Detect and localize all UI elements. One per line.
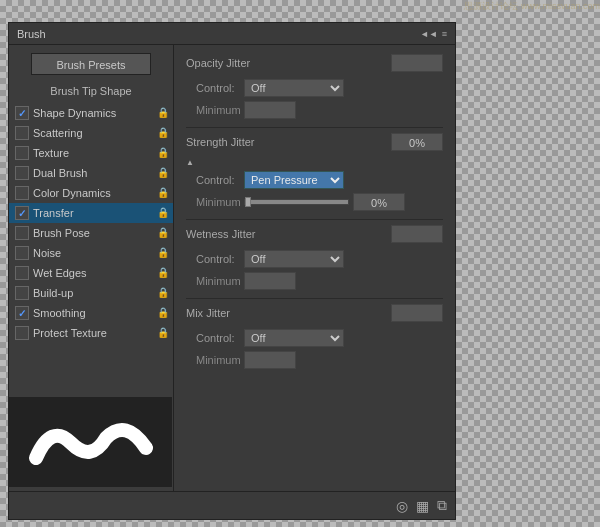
color-dynamics-label: Color Dynamics	[33, 187, 155, 199]
texture-label: Texture	[33, 147, 155, 159]
transfer-lock: 🔒	[157, 207, 167, 219]
opacity-control-label: Control:	[196, 82, 244, 94]
wet-edges-lock: 🔒	[157, 267, 167, 279]
shape-dynamics-label: Shape Dynamics	[33, 107, 155, 119]
mix-control-select[interactable]: Off Pen Pressure Pen Tilt Stylus Wheel F…	[244, 329, 344, 347]
protect-texture-label: Protect Texture	[33, 327, 155, 339]
mix-control-row: Control: Off Pen Pressure Pen Tilt Stylu…	[186, 329, 443, 347]
mix-minimum-label: Minimum	[196, 354, 244, 366]
mix-jitter-label: Mix Jitter	[186, 307, 230, 319]
options-icon[interactable]: ⧉	[437, 497, 447, 514]
color-dynamics-check[interactable]	[15, 186, 29, 200]
panel-header-icons: ◄◄ ≡	[420, 29, 447, 39]
wetness-jitter-row: Wetness Jitter	[186, 224, 443, 244]
sidebar-item-transfer[interactable]: Transfer 🔒	[9, 203, 173, 223]
collapse-icon[interactable]: ◄◄	[420, 29, 438, 39]
brush-pose-label: Brush Pose	[33, 227, 155, 239]
strength-minimum-value: 0%	[353, 193, 405, 211]
separator-1	[186, 127, 443, 128]
wetness-minimum-label: Minimum	[196, 275, 244, 287]
brush-pose-check[interactable]	[15, 226, 29, 240]
strength-minimum-thumb[interactable]	[245, 197, 251, 207]
wetness-minimum-row: Minimum	[186, 272, 443, 290]
sidebar-item-protect-texture[interactable]: Protect Texture 🔒	[9, 323, 173, 343]
brush-stroke-svg	[26, 413, 156, 473]
dual-brush-label: Dual Brush	[33, 167, 155, 179]
strength-jitter-row: Strength Jitter 0%	[186, 132, 443, 152]
brush-panel: Brush ◄◄ ≡ Brush Presets Brush Tip Shape…	[8, 22, 456, 520]
strength-control-label: Control:	[196, 174, 244, 186]
texture-lock: 🔒	[157, 147, 167, 159]
brush-presets-button[interactable]: Brush Presets	[31, 53, 151, 75]
transfer-check[interactable]	[15, 206, 29, 220]
opacity-jitter-box	[391, 54, 443, 72]
mix-jitter-row: Mix Jitter	[186, 303, 443, 323]
dual-brush-check[interactable]	[15, 166, 29, 180]
protect-texture-lock: 🔒	[157, 327, 167, 339]
sidebar-item-color-dynamics[interactable]: Color Dynamics 🔒	[9, 183, 173, 203]
color-dynamics-lock: 🔒	[157, 187, 167, 199]
mix-jitter-box	[391, 304, 443, 322]
scattering-lock: 🔒	[157, 127, 167, 139]
mix-control-label: Control:	[196, 332, 244, 344]
noise-label: Noise	[33, 247, 155, 259]
noise-lock: 🔒	[157, 247, 167, 259]
smoothing-lock: 🔒	[157, 307, 167, 319]
shape-dynamics-check[interactable]	[15, 106, 29, 120]
brush-tip-shape-label: Brush Tip Shape	[9, 83, 173, 99]
sidebar-list: Shape Dynamics 🔒 Scattering 🔒 Texture 🔒	[9, 103, 173, 397]
sidebar-item-scattering[interactable]: Scattering 🔒	[9, 123, 173, 143]
panel-footer: ◎ ▦ ⧉	[9, 491, 455, 519]
opacity-jitter-label: Opacity Jitter	[186, 57, 250, 69]
brush-preview	[9, 397, 172, 487]
strength-control-select[interactable]: Pen Pressure Off Pen Tilt Stylus Wheel F…	[244, 171, 344, 189]
opacity-control-select[interactable]: Off Pen Pressure Pen Tilt Stylus Wheel F…	[244, 79, 344, 97]
mix-minimum-box	[244, 351, 296, 369]
separator-3	[186, 298, 443, 299]
triangle-marker: ▲	[186, 158, 194, 167]
mix-minimum-row: Minimum	[186, 351, 443, 369]
strength-minimum-row: Minimum 0%	[186, 193, 443, 211]
content-area: Opacity Jitter Control: Off Pen Pressure…	[174, 45, 455, 491]
opacity-minimum-label: Minimum	[196, 104, 244, 116]
opacity-control-row: Control: Off Pen Pressure Pen Tilt Stylu…	[186, 79, 443, 97]
strength-minimum-label: Minimum	[196, 196, 244, 208]
wetness-minimum-box	[244, 272, 296, 290]
sidebar-item-smoothing[interactable]: Smoothing 🔒	[9, 303, 173, 323]
grid-icon[interactable]: ▦	[416, 498, 429, 514]
panel-title: Brush	[17, 28, 46, 40]
menu-icon[interactable]: ≡	[442, 29, 447, 39]
wetness-jitter-label: Wetness Jitter	[186, 228, 256, 240]
strength-minimum-slider[interactable]	[244, 199, 349, 205]
build-up-check[interactable]	[15, 286, 29, 300]
panel-body: Brush Presets Brush Tip Shape Shape Dyna…	[9, 45, 455, 491]
eyeball-icon[interactable]: ◎	[396, 498, 408, 514]
strength-jitter-label: Strength Jitter	[186, 136, 254, 148]
sidebar-item-texture[interactable]: Texture 🔒	[9, 143, 173, 163]
sidebar-item-wet-edges[interactable]: Wet Edges 🔒	[9, 263, 173, 283]
wetness-jitter-box	[391, 225, 443, 243]
strength-control-row: Control: Pen Pressure Off Pen Tilt Stylu…	[186, 171, 443, 189]
brush-pose-lock: 🔒	[157, 227, 167, 239]
sidebar-item-brush-pose[interactable]: Brush Pose 🔒	[9, 223, 173, 243]
opacity-minimum-row: Minimum	[186, 101, 443, 119]
wetness-control-select[interactable]: Off Pen Pressure Pen Tilt Stylus Wheel F…	[244, 250, 344, 268]
noise-check[interactable]	[15, 246, 29, 260]
sidebar-item-build-up[interactable]: Build-up 🔒	[9, 283, 173, 303]
wet-edges-check[interactable]	[15, 266, 29, 280]
separator-2	[186, 219, 443, 220]
transfer-label: Transfer	[33, 207, 155, 219]
sidebar: Brush Presets Brush Tip Shape Shape Dyna…	[9, 45, 174, 491]
sidebar-item-shape-dynamics[interactable]: Shape Dynamics 🔒	[9, 103, 173, 123]
smoothing-label: Smoothing	[33, 307, 155, 319]
sidebar-item-dual-brush[interactable]: Dual Brush 🔒	[9, 163, 173, 183]
protect-texture-check[interactable]	[15, 326, 29, 340]
wet-edges-label: Wet Edges	[33, 267, 155, 279]
opacity-minimum-box	[244, 101, 296, 119]
shape-dynamics-lock: 🔒	[157, 107, 167, 119]
scattering-label: Scattering	[33, 127, 155, 139]
smoothing-check[interactable]	[15, 306, 29, 320]
sidebar-item-noise[interactable]: Noise 🔒	[9, 243, 173, 263]
scattering-check[interactable]	[15, 126, 29, 140]
texture-check[interactable]	[15, 146, 29, 160]
